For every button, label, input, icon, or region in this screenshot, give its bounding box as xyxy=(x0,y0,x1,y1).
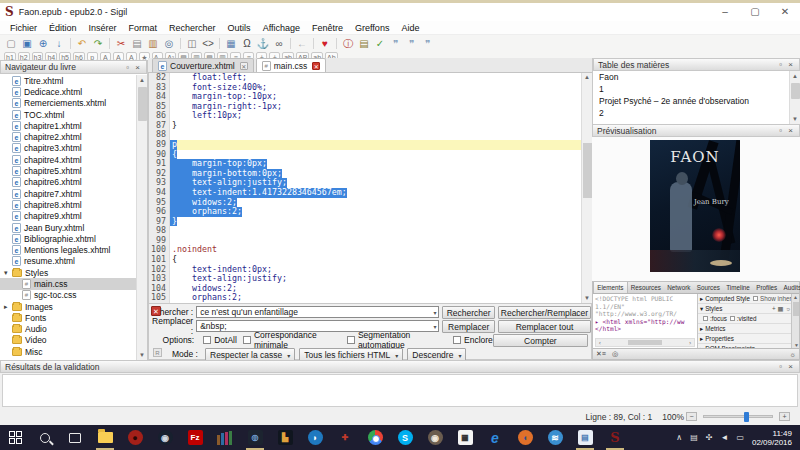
undo-icon[interactable]: ↶ xyxy=(75,37,89,50)
start-button[interactable] xyxy=(0,425,30,450)
toc-entry[interactable]: 2 xyxy=(593,107,800,119)
find-replace-button[interactable]: Rechercher/Remplacer xyxy=(498,306,591,319)
tree-item-bibliographiexhtml[interactable]: eBibliographie.xhtml xyxy=(0,233,136,244)
find-close-icon[interactable]: ✕ xyxy=(151,306,161,316)
menu-affichage[interactable]: Affichage xyxy=(257,23,306,33)
tree-item-resumexhtml[interactable]: eresume.xhtml xyxy=(0,256,136,267)
replace-input[interactable]: &nbsp;▾ xyxy=(196,320,439,332)
checkbox[interactable] xyxy=(753,296,758,301)
toc-entry[interactable]: Projet Psyché – 2e année d'observation xyxy=(593,95,800,107)
tree-item-chapitre7xhtml[interactable]: echapitre7.xhtml xyxy=(0,188,136,199)
edge-icon[interactable]: e xyxy=(480,425,510,450)
inspector-tab-profiles[interactable]: Profiles xyxy=(753,282,780,293)
filezilla-icon[interactable]: Fz xyxy=(180,425,210,450)
tree-item-chapitre5xhtml[interactable]: echapitre5.xhtml xyxy=(0,165,136,176)
inspector-section-styles[interactable]: ▾Styles+ ▦ ☼ xyxy=(698,304,793,314)
inspector-dom-pane[interactable]: <!DOCTYPE html PUBLIC1.1//EN""http://www… xyxy=(593,294,697,349)
tree-item-styles[interactable]: ▾Styles xyxy=(0,267,136,278)
inspector-section-pseudo[interactable]: :focus:visited xyxy=(698,314,793,324)
inspector-section-computedstyle[interactable]: ▸Computed StyleShow inherited xyxy=(698,294,793,304)
link-icon[interactable]: ∞ xyxy=(272,37,286,50)
inspector-hscrollbar[interactable]: ‹› xyxy=(595,338,695,347)
steam-icon[interactable]: ◉ xyxy=(150,425,180,450)
checkbox[interactable] xyxy=(730,316,735,321)
task-view-button[interactable] xyxy=(60,425,90,450)
sidebar-scrollbar[interactable]: ▲ ▼ xyxy=(136,75,147,360)
combo-dropdown-icon[interactable]: ▾ xyxy=(433,308,436,318)
scroll-up-icon[interactable]: ▲ xyxy=(790,71,800,81)
checkbox-enclore[interactable] xyxy=(453,336,461,344)
anchor-icon[interactable]: ⚓ xyxy=(256,37,270,50)
mode-dropdown-1[interactable]: Tous les fichiers HTML▾ xyxy=(299,348,403,361)
tree-item-chapitre3xhtml[interactable]: echapitre3.xhtml xyxy=(0,143,136,154)
tree-expand-icon[interactable]: ▸ xyxy=(4,303,12,311)
zoom-slider-thumb[interactable] xyxy=(744,412,749,422)
special-char-icon[interactable]: Ω xyxy=(240,37,254,50)
inspector-tab-timeline[interactable]: Timeline xyxy=(723,282,753,293)
inspector-styles-pane[interactable]: ▸Computed StyleShow inherited▾Styles+ ▦ … xyxy=(697,294,793,349)
scroll-up-icon[interactable]: ▲ xyxy=(137,75,147,85)
cut-icon[interactable]: ✂ xyxy=(114,37,128,50)
scroll-down-icon[interactable]: ▼ xyxy=(790,114,800,124)
disclosure-arrow-icon[interactable]: ▸ xyxy=(700,335,703,342)
plugin-icon[interactable]: ✚ xyxy=(330,425,360,450)
tree-item-remerciementsxhtml[interactable]: eRemerciements.xhtml xyxy=(0,98,136,109)
search-input[interactable]: ce n'est qu'un enfantillage▾ xyxy=(196,306,439,318)
sigil-icon[interactable]: S xyxy=(600,425,630,450)
inspector-console-icon[interactable]: ✕≡ xyxy=(596,350,606,358)
close-button[interactable]: ✕ xyxy=(770,3,800,21)
sync-icon[interactable]: ✣ xyxy=(706,433,713,442)
panel-dock-buttons[interactable]: ▫ × xyxy=(779,60,795,69)
paste-icon[interactable]: ▥ xyxy=(146,37,160,50)
open-file-icon[interactable]: ▣ xyxy=(20,37,34,50)
file-explorer-icon[interactable] xyxy=(90,425,120,450)
inspector-scrollbar[interactable]: ▲▼ xyxy=(791,294,799,349)
comment-icon-2[interactable]: ❞ xyxy=(405,37,419,50)
split-view-icon[interactable]: ◫ xyxy=(185,37,199,50)
tree-item-images[interactable]: ▸Images xyxy=(0,301,136,312)
inspector-search-icon[interactable]: ◎ xyxy=(612,350,618,358)
tab-close-icon[interactable]: ✕ xyxy=(312,62,320,70)
tab-couverturexhtml[interactable]: eCouverture.xhtml✕ xyxy=(152,58,254,72)
search-button[interactable] xyxy=(30,425,60,450)
tree-item-mentionslegalesxhtml[interactable]: eMentions legales.xhtml xyxy=(0,244,136,255)
menu-aide[interactable]: Aide xyxy=(395,23,425,33)
firefox-icon[interactable]: ◖ xyxy=(510,425,540,450)
code-view-icon[interactable]: <> xyxy=(201,37,215,50)
kindle-icon[interactable]: ▙ xyxy=(270,425,300,450)
zoom-slider[interactable] xyxy=(703,415,773,418)
section-actions[interactable]: Show inherited xyxy=(750,295,793,302)
metadata-icon[interactable]: ⓘ xyxy=(341,37,355,50)
taskbar-clock[interactable]: 11:49 02/09/2016 xyxy=(752,429,792,447)
hidden-icons-chevron[interactable]: ∧ xyxy=(676,433,682,442)
tree-item-dedicacexhtml[interactable]: eDedicace.xhtml xyxy=(0,86,136,97)
index-icon[interactable]: ▤ xyxy=(357,37,371,50)
tree-item-misc[interactable]: Misc xyxy=(0,346,136,357)
inspector-section-properties[interactable]: ▸Properties xyxy=(698,334,793,344)
inspector-tab-audits[interactable]: Audits xyxy=(780,282,800,293)
comment-icon-3[interactable]: ❞ xyxy=(421,37,435,50)
redo-icon[interactable]: ↷ xyxy=(91,37,105,50)
checkbox[interactable] xyxy=(703,316,708,321)
skype-icon[interactable]: S xyxy=(390,425,420,450)
menu-outils[interactable]: Outils xyxy=(222,23,257,33)
tree-item-maincss[interactable]: #main.css xyxy=(0,278,136,289)
volume-icon[interactable]: ◄ xyxy=(720,433,728,442)
copy-icon[interactable]: ▤ xyxy=(130,37,144,50)
menu-insrer[interactable]: Insérer xyxy=(83,23,123,33)
tree-item-tocxhtml[interactable]: eTOC.xhtml xyxy=(0,109,136,120)
spellcheck-icon[interactable]: ✓ xyxy=(373,37,387,50)
inspector-gear-icon[interactable]: ☼ xyxy=(790,351,796,358)
zoom-out-button[interactable]: − xyxy=(686,412,697,421)
menu-fentre[interactable]: Fenêtre xyxy=(306,23,349,33)
section-actions[interactable]: + ▦ ☼ xyxy=(772,305,791,312)
menu-rechercher[interactable]: Rechercher xyxy=(163,23,222,33)
code-editor[interactable]: 82 float:left;83 font-size:400%;84 margi… xyxy=(148,73,592,303)
inspector-tab-resources[interactable]: Resources xyxy=(628,282,664,293)
toc-entry[interactable]: Faon xyxy=(593,71,800,83)
back-icon[interactable]: ← xyxy=(295,37,309,50)
insert-file-icon[interactable]: ▦ xyxy=(224,37,238,50)
checkbox-dotall[interactable] xyxy=(203,336,211,344)
notepad-icon[interactable]: ▤ xyxy=(570,425,600,450)
tree-item-video[interactable]: Video xyxy=(0,335,136,346)
